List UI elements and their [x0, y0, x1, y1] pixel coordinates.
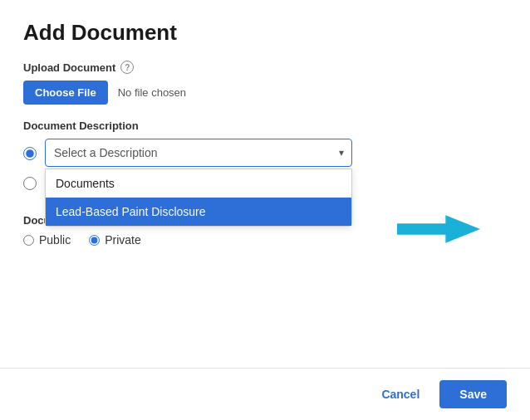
add-document-dialog: Add Document Upload Document ? Choose Fi…	[0, 0, 530, 420]
file-upload-row: Choose File No file chosen	[23, 81, 507, 105]
save-button[interactable]: Save	[439, 380, 507, 408]
public-radio-label[interactable]: Public	[23, 233, 71, 247]
choose-file-button[interactable]: Choose File	[23, 81, 108, 105]
svg-marker-0	[397, 215, 480, 242]
public-radio[interactable]	[23, 235, 34, 246]
dropdown-item-lead-paint[interactable]: Lead-Based Paint Disclosure	[46, 198, 351, 226]
dropdown-overlay: Documents Lead-Based Paint Disclosure	[45, 168, 352, 227]
dropdown-item-documents[interactable]: Documents	[46, 169, 351, 198]
description-section-label: Document Description	[23, 120, 507, 132]
upload-section-label: Upload Document ?	[23, 61, 507, 74]
private-radio-label[interactable]: Private	[89, 233, 141, 247]
description-radio-1[interactable]	[23, 147, 37, 160]
description-select-row: Select a Description ▾ Documents Lead-Ba…	[23, 139, 507, 167]
page-title: Add Document	[23, 20, 507, 46]
description-select[interactable]: Select a Description	[45, 139, 352, 167]
document-description-section: Document Description Select a Descriptio…	[23, 120, 507, 196]
no-file-label: No file chosen	[118, 86, 186, 99]
description-select-wrapper: Select a Description ▾ Documents Lead-Ba…	[45, 139, 352, 167]
private-radio[interactable]	[89, 235, 100, 246]
help-icon[interactable]: ?	[120, 61, 134, 74]
cancel-button[interactable]: Cancel	[373, 381, 428, 408]
description-radio-2[interactable]	[23, 177, 37, 190]
dialog-footer: Cancel Save	[0, 368, 530, 420]
arrow-annotation	[397, 214, 480, 244]
